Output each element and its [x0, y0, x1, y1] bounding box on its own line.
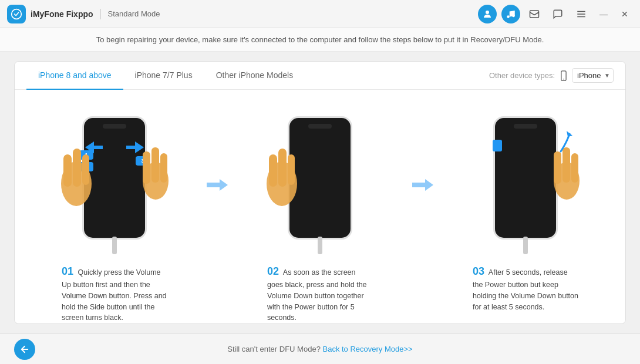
app-name: iMyFone Fixppo [31, 9, 93, 19]
svg-rect-12 [73, 149, 81, 187]
device-type-selector: Other device types: iPhone iPad iPod ▼ [489, 68, 614, 83]
svg-rect-17 [160, 153, 167, 183]
press-arrow-right-1 [126, 141, 144, 153]
tab-iphone7[interactable]: iPhone 7/7 Plus [123, 62, 204, 90]
tab-other-iphone[interactable]: Other iPhone Models [204, 62, 305, 90]
tab-iphone8-above[interactable]: iPhone 8 and above [26, 62, 123, 90]
svg-rect-13 [82, 154, 89, 185]
left-hand-2 [264, 131, 299, 207]
release-arrow-icon [555, 131, 572, 154]
svg-rect-11 [63, 154, 72, 187]
arrow-1 [203, 102, 232, 192]
side-btn-indicator [491, 137, 503, 154]
svg-rect-23 [278, 149, 287, 187]
menu-icon-btn[interactable] [572, 5, 591, 23]
svg-rect-24 [288, 154, 295, 185]
bottombar-text: Still can't enter DFU Mode? Back to Reco… [35, 345, 605, 353]
minimize-btn[interactable]: — [595, 6, 612, 22]
bottom-bar: Still can't enter DFU Mode? Back to Reco… [0, 333, 640, 364]
device-type-label: Other device types: [489, 71, 555, 80]
info-text: To begin repairing your device, make sur… [96, 35, 544, 44]
user-icon-btn[interactable] [478, 5, 497, 23]
back-button[interactable] [14, 339, 35, 360]
titlebar-actions: — ✕ [478, 5, 633, 23]
close-btn[interactable]: ✕ [617, 6, 633, 22]
step-2-desc: 02 As soon as the screen goes black, pre… [261, 264, 379, 323]
music-icon-btn[interactable] [501, 5, 520, 23]
step-arrow-2-icon [412, 178, 433, 192]
step-arrow-1-icon [207, 178, 228, 192]
step-1-illustration: 1 2 3 [56, 102, 173, 254]
svg-point-2 [507, 15, 510, 18]
mail-icon-btn[interactable] [525, 5, 544, 23]
svg-point-9 [563, 78, 564, 79]
step-3-col: 03 After 5 seconds, release the Power bu… [437, 102, 614, 312]
steps-area: 1 2 3 [15, 90, 625, 323]
step-3-illustration [467, 102, 584, 254]
svg-point-1 [486, 11, 489, 14]
svg-point-3 [512, 14, 515, 17]
titlebar: iMyFone Fixppo Standard Mode — ✕ [0, 0, 640, 28]
svg-rect-22 [269, 154, 277, 187]
device-type-dropdown[interactable]: iPhone iPad iPod [572, 68, 614, 83]
phone-cable-2 [318, 237, 322, 254]
info-bar: To begin repairing your device, make sur… [0, 28, 640, 52]
svg-marker-25 [412, 179, 433, 191]
svg-rect-27 [554, 151, 561, 184]
title-divider [100, 9, 101, 19]
step-2-col: 02 As soon as the screen goes black, pre… [232, 102, 408, 323]
back-arrow-icon [19, 344, 30, 355]
svg-rect-16 [151, 147, 159, 183]
svg-marker-19 [126, 141, 144, 153]
device-dropdown-wrapper[interactable]: iPhone iPad iPod ▼ [560, 68, 614, 83]
mode-label: Standard Mode [108, 9, 478, 18]
step-1-desc: 01 Quickly press the Volume Up button fi… [56, 264, 173, 323]
svg-point-0 [12, 9, 22, 19]
step-3-desc: 03 After 5 seconds, release the Power bu… [467, 264, 584, 312]
phone-body-3 [493, 116, 558, 240]
svg-marker-20 [207, 179, 228, 191]
app-logo [7, 5, 26, 23]
main-content: iPhone 8 and above iPhone 7/7 Plus Other… [0, 52, 640, 333]
phone-cable-1 [112, 237, 117, 254]
main-card: iPhone 8 and above iPhone 7/7 Plus Other… [14, 61, 626, 324]
svg-rect-4 [530, 11, 539, 18]
recovery-link[interactable]: Back to Recovery Mode>> [322, 345, 412, 353]
svg-marker-30 [567, 131, 572, 137]
svg-marker-18 [85, 141, 103, 153]
step-1-col: 1 2 3 [26, 102, 203, 323]
tab-bar: iPhone 8 and above iPhone 7/7 Plus Other… [15, 62, 625, 90]
right-hand-1 [141, 137, 173, 201]
svg-rect-29 [571, 153, 578, 183]
press-arrow-left-1 [85, 141, 103, 153]
phone-icon [560, 70, 568, 81]
chat-icon-btn[interactable] [548, 5, 567, 23]
arrow-2 [408, 102, 437, 192]
svg-rect-31 [493, 140, 502, 151]
still-text: Still can't enter DFU Mode? [227, 345, 321, 353]
svg-rect-15 [143, 151, 150, 184]
phone-cable-3 [523, 237, 528, 254]
step-2-illustration [261, 102, 379, 254]
